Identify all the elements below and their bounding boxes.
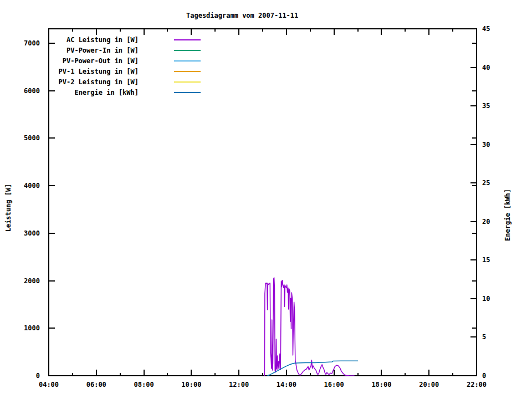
y2-axis-title: Energie [kWh]: [504, 189, 511, 241]
x-tick-label: 12:00: [219, 381, 258, 388]
legend-color-line: [174, 71, 201, 72]
legend-label: PV-Power-Out in [W]: [49, 57, 139, 65]
legend-item: Energie in [kWh]: [49, 87, 201, 98]
y-tick-label: 1000: [0, 324, 40, 332]
y-axis-title: Leistung [W]: [4, 184, 12, 232]
legend-label: AC Leistung in [W]: [49, 36, 139, 44]
legend-label: PV-Power-In in [W]: [49, 47, 139, 54]
legend-color-line: [174, 81, 201, 83]
legend-item: PV-1 Leistung in [W]: [49, 66, 201, 76]
chart-title: Tagesdiagramm vom 2007-11-11: [186, 12, 297, 19]
y2-tick-label: 15: [482, 256, 515, 264]
legend: AC Leistung in [W]PV-Power-In in [W]PV-P…: [49, 34, 201, 98]
legend-color-line: [174, 92, 201, 93]
y-tick-label: 4000: [0, 182, 40, 190]
x-tick-label: 04:00: [29, 381, 68, 388]
x-tick-label: 14:00: [267, 381, 306, 388]
y-tick-label: 6000: [0, 87, 40, 95]
legend-label: PV-1 Leistung in [W]: [49, 68, 139, 75]
y2-tick-label: 40: [482, 64, 515, 71]
legend-item: PV-Power-In in [W]: [49, 45, 201, 55]
y-tick-label: 3000: [0, 229, 40, 237]
legend-label: PV-2 Leistung in [W]: [49, 78, 139, 86]
y-tick-label: 2000: [0, 277, 40, 285]
chart-canvas: Tagesdiagramm vom 2007-11-11 Leistung [W…: [0, 0, 532, 399]
legend-item: PV-Power-Out in [W]: [49, 55, 201, 66]
y2-tick-label: 45: [482, 25, 515, 33]
y2-tick-label: 30: [482, 141, 515, 149]
legend-item: PV-2 Leistung in [W]: [49, 76, 201, 87]
y2-tick-label: 0: [482, 372, 515, 380]
x-tick-label: 18:00: [362, 381, 401, 388]
y2-tick-label: 10: [482, 295, 515, 303]
y-tick-label: 0: [0, 372, 40, 380]
x-tick-label: 10:00: [172, 381, 211, 388]
y-tick-label: 5000: [0, 134, 40, 142]
x-tick-label: 06:00: [77, 381, 116, 388]
legend-color-line: [174, 39, 201, 40]
x-tick-label: 22:00: [457, 381, 496, 388]
legend-color-line: [174, 50, 201, 51]
x-tick-label: 20:00: [410, 381, 448, 388]
y2-tick-label: 35: [482, 102, 515, 110]
y-tick-label: 7000: [0, 39, 40, 47]
legend-item: AC Leistung in [W]: [49, 34, 201, 45]
legend-label: Energie in [kWh]: [49, 89, 139, 96]
y2-tick-label: 25: [482, 179, 515, 187]
x-tick-label: 08:00: [125, 381, 163, 388]
legend-color-line: [174, 60, 201, 62]
y2-tick-label: 5: [482, 333, 515, 341]
x-tick-label: 16:00: [315, 381, 354, 388]
y2-tick-label: 20: [482, 218, 515, 226]
